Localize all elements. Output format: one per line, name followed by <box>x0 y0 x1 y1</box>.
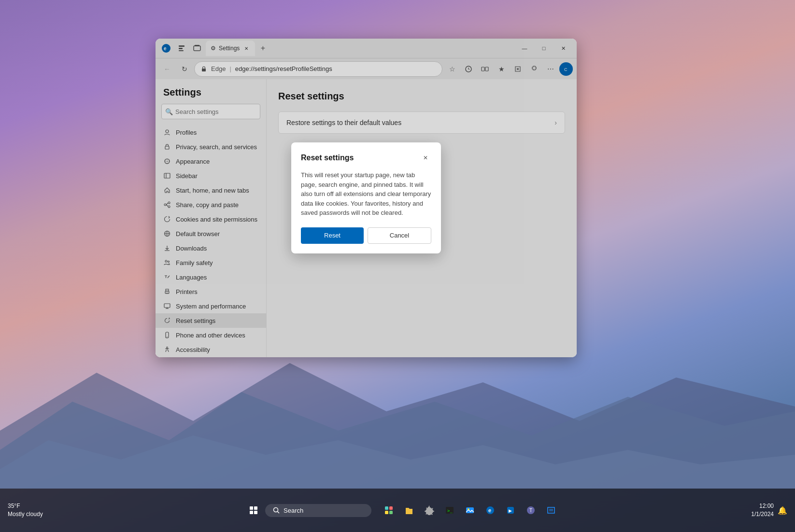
svg-rect-52 <box>389 511 393 514</box>
svg-line-48 <box>278 512 280 514</box>
browser-window: e ⚙ Settings ✕ + — □ ✕ ← ↻ <box>156 39 577 357</box>
start-button[interactable] <box>245 502 262 519</box>
taskbar-news[interactable] <box>542 502 560 519</box>
taskbar-search[interactable]: Search <box>265 504 371 517</box>
taskbar-left: 35°F Mostly cloudy <box>8 502 85 518</box>
cancel-button[interactable]: Cancel <box>368 227 431 244</box>
dialog-footer: Reset Cancel <box>301 227 431 244</box>
svg-text:▶: ▶ <box>509 508 512 513</box>
dialog-overlay: Reset settings ✕ This will reset your st… <box>156 39 577 357</box>
taskbar: 35°F Mostly cloudy Search <box>0 489 795 532</box>
svg-rect-56 <box>466 507 474 513</box>
taskbar-center: Search >_ <box>85 502 720 519</box>
svg-rect-46 <box>254 511 257 514</box>
svg-rect-45 <box>250 511 253 514</box>
dialog-title: Reset settings <box>301 154 354 162</box>
taskbar-edge[interactable]: e <box>482 502 499 519</box>
clock-date: 1/1/2024 <box>751 510 774 518</box>
taskbar-search-label: Search <box>284 507 303 514</box>
reset-confirm-button[interactable]: Reset <box>301 227 364 244</box>
svg-rect-43 <box>250 506 253 510</box>
reset-dialog: Reset settings ✕ This will reset your st… <box>291 142 441 253</box>
svg-text:e: e <box>488 507 491 513</box>
taskbar-right: 12:00 1/1/2024 🔔 <box>720 502 787 518</box>
notification-icon[interactable]: 🔔 <box>778 506 787 515</box>
svg-rect-49 <box>385 506 388 510</box>
clock-time: 12:00 <box>751 502 774 510</box>
dialog-close-btn[interactable]: ✕ <box>420 152 431 164</box>
weather-display: 35°F Mostly cloudy <box>8 502 43 518</box>
dialog-header: Reset settings ✕ <box>301 152 431 164</box>
taskbar-settings-app[interactable] <box>421 502 438 519</box>
svg-point-47 <box>274 508 278 512</box>
taskbar-store[interactable]: ▶ <box>502 502 519 519</box>
svg-rect-44 <box>254 506 257 510</box>
taskbar-files[interactable] <box>400 502 418 519</box>
taskbar-terminal[interactable]: >_ <box>441 502 458 519</box>
taskbar-clock: 12:00 1/1/2024 <box>751 502 774 518</box>
taskbar-search-icon <box>273 507 280 514</box>
weather-temp: 35°F <box>8 502 43 510</box>
dialog-body: This will reset your startup page, new t… <box>301 170 431 218</box>
weather-desc: Mostly cloudy <box>8 510 43 518</box>
taskbar-widgets[interactable] <box>380 502 398 519</box>
taskbar-photos[interactable] <box>461 502 479 519</box>
desktop-mountains <box>0 344 795 489</box>
svg-text:>_: >_ <box>447 508 453 513</box>
svg-rect-51 <box>385 511 388 514</box>
taskbar-teams[interactable]: T <box>522 502 539 519</box>
svg-text:T: T <box>529 508 532 513</box>
svg-rect-50 <box>389 506 393 510</box>
